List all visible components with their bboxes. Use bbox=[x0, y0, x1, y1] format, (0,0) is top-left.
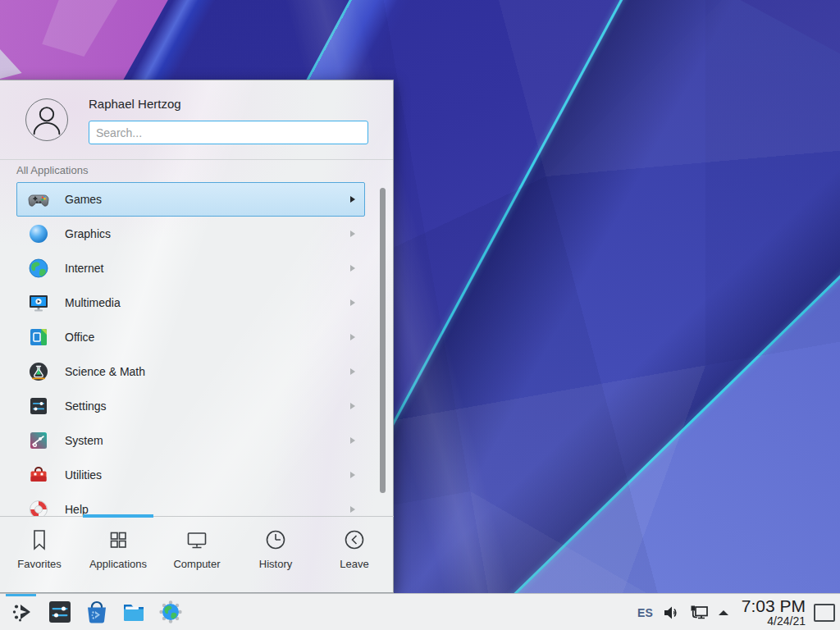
list-scrollbar[interactable] bbox=[380, 188, 386, 493]
launcher-tabbar: Favorites Applications Computer bbox=[0, 516, 394, 594]
active-task-indicator bbox=[6, 594, 36, 596]
network-icon[interactable] bbox=[689, 603, 710, 623]
discover-launcher[interactable] bbox=[84, 599, 110, 625]
monitor-icon bbox=[185, 527, 209, 552]
chevron-right-icon bbox=[349, 264, 356, 272]
tab-computer[interactable]: Computer bbox=[158, 517, 236, 570]
category-label: Settings bbox=[65, 399, 107, 413]
chevron-right-icon bbox=[349, 436, 356, 445]
tab-label: Favorites bbox=[17, 558, 61, 570]
tab-leave[interactable]: Leave bbox=[315, 517, 394, 570]
clock-time: 7:03 PM bbox=[742, 597, 806, 615]
application-launcher: Raphael Hertzog All Applications Games bbox=[0, 80, 394, 593]
games-icon bbox=[27, 188, 50, 211]
category-label: Graphics bbox=[65, 227, 111, 240]
utilities-icon bbox=[27, 463, 50, 486]
active-tab-indicator bbox=[83, 514, 153, 518]
volume-icon[interactable] bbox=[662, 604, 682, 622]
category-label: System bbox=[65, 434, 103, 447]
category-label: Multimedia bbox=[65, 296, 121, 309]
expand-tray-caret-icon[interactable] bbox=[718, 609, 729, 616]
system-icon bbox=[27, 429, 50, 452]
user-avatar[interactable] bbox=[25, 98, 68, 141]
system-settings-launcher[interactable] bbox=[47, 599, 73, 625]
discover-icon bbox=[84, 599, 110, 625]
category-internet[interactable]: Internet bbox=[16, 251, 365, 285]
chevron-right-icon bbox=[349, 368, 356, 376]
taskbar-panel: ES 7:03 PM 4/ bbox=[0, 593, 840, 630]
bookmark-icon bbox=[27, 527, 52, 552]
tab-applications[interactable]: Applications bbox=[79, 517, 158, 570]
category-science-math[interactable]: Science & Math bbox=[16, 354, 365, 389]
category-settings[interactable]: Settings bbox=[16, 389, 365, 423]
help-icon bbox=[27, 498, 50, 516]
office-icon bbox=[27, 326, 50, 349]
leave-icon bbox=[342, 527, 367, 552]
keyboard-layout-indicator[interactable]: ES bbox=[637, 606, 653, 619]
category-graphics[interactable]: Graphics bbox=[16, 217, 365, 251]
multimedia-icon bbox=[27, 291, 50, 314]
category-games[interactable]: Games bbox=[16, 182, 365, 217]
internet-icon bbox=[27, 257, 50, 280]
kde-launcher-button[interactable] bbox=[10, 599, 36, 625]
science-icon bbox=[27, 360, 50, 383]
chevron-right-icon bbox=[349, 471, 356, 479]
folder-icon bbox=[121, 599, 147, 625]
konqueror-globe-icon bbox=[158, 599, 184, 625]
chevron-right-icon bbox=[349, 333, 356, 341]
chevron-right-icon bbox=[349, 299, 356, 307]
tab-label: Leave bbox=[340, 558, 368, 570]
file-manager-launcher[interactable] bbox=[121, 599, 147, 625]
digital-clock[interactable]: 7:03 PM 4/24/21 bbox=[742, 597, 806, 628]
chevron-right-icon bbox=[349, 505, 356, 514]
kde-launcher-icon bbox=[10, 599, 36, 625]
category-label: Games bbox=[65, 193, 102, 206]
system-tray: ES 7:03 PM 4/ bbox=[637, 594, 835, 630]
chevron-right-icon bbox=[349, 402, 356, 410]
category-help[interactable]: Help bbox=[16, 492, 365, 516]
category-label: Office bbox=[65, 331, 94, 344]
header-divider bbox=[0, 159, 393, 160]
system-settings-icon bbox=[47, 599, 73, 625]
show-desktop-button[interactable] bbox=[814, 604, 835, 622]
graphics-icon bbox=[27, 222, 50, 245]
category-office[interactable]: Office bbox=[16, 320, 365, 354]
settings-icon bbox=[27, 395, 50, 418]
category-utilities[interactable]: Utilities bbox=[16, 458, 365, 492]
tab-favorites[interactable]: Favorites bbox=[0, 517, 79, 570]
desktop: Raphael Hertzog All Applications Games bbox=[0, 0, 840, 630]
chevron-right-icon bbox=[349, 195, 356, 203]
tab-label: Computer bbox=[173, 558, 220, 570]
category-label: Science & Math bbox=[65, 365, 145, 378]
tab-label: History bbox=[259, 558, 292, 570]
web-browser-launcher[interactable] bbox=[158, 599, 184, 625]
chevron-right-icon bbox=[349, 230, 356, 238]
section-label: All Applications bbox=[16, 164, 88, 176]
category-system[interactable]: System bbox=[16, 423, 365, 458]
user-icon bbox=[26, 98, 67, 141]
grid-icon bbox=[106, 527, 130, 552]
tab-history[interactable]: History bbox=[236, 517, 315, 570]
clock-icon bbox=[263, 527, 288, 552]
clock-date: 4/24/21 bbox=[742, 615, 806, 628]
category-label: Utilities bbox=[65, 468, 102, 482]
tab-label: Applications bbox=[89, 558, 147, 570]
category-multimedia[interactable]: Multimedia bbox=[16, 285, 365, 320]
category-list: Games Graphics bbox=[0, 182, 394, 516]
search-input[interactable] bbox=[89, 121, 368, 144]
user-name: Raphael Hertzog bbox=[89, 97, 181, 111]
category-label: Internet bbox=[65, 262, 103, 275]
